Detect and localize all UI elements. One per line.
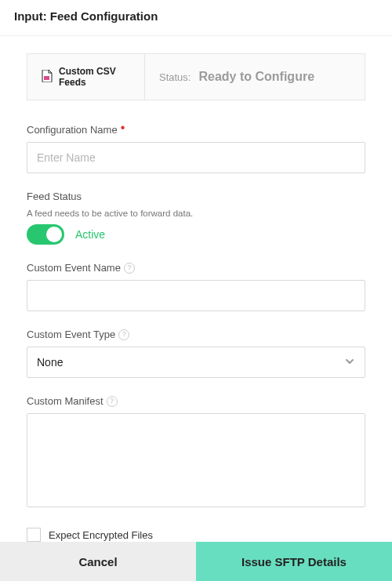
feed-status-toggle[interactable] (27, 224, 64, 245)
footer-actions: Cancel Issue SFTP Details (0, 542, 392, 581)
info-status: Status: Ready to Configure (145, 54, 328, 100)
field-custom-manifest: Custom Manifest ? (27, 395, 365, 510)
page-title: Input: Feed Configuration (0, 0, 392, 36)
field-feed-status: Feed Status A feed needs to be active to… (27, 191, 365, 245)
status-value: Ready to Configure (198, 70, 314, 84)
feed-status-subtext: A feed needs to be active to forward dat… (27, 209, 365, 218)
issue-sftp-button[interactable]: Issue SFTP Details (196, 542, 392, 581)
config-name-label-text: Configuration Name (27, 124, 118, 136)
custom-manifest-textarea[interactable] (27, 413, 365, 507)
custom-manifest-label: Custom Manifest (27, 395, 103, 407)
custom-event-type-selected: None (37, 356, 63, 369)
feed-type-label: Custom CSV Feeds (59, 66, 130, 88)
field-custom-event-name: Custom Event Name ? (27, 262, 365, 311)
config-name-input[interactable] (27, 142, 365, 173)
help-icon[interactable]: ? (124, 263, 135, 274)
chevron-down-icon (344, 356, 355, 369)
custom-event-type-select[interactable]: None (27, 347, 365, 378)
svg-rect-0 (44, 76, 49, 80)
form-area: Custom CSV Feeds Status: Ready to Config… (0, 36, 392, 542)
required-indicator-icon: • (121, 126, 125, 129)
toggle-knob-icon (46, 227, 62, 242)
field-custom-event-type: Custom Event Type ? None (27, 329, 365, 378)
custom-event-name-input[interactable] (27, 280, 365, 311)
feed-file-icon (42, 70, 53, 85)
field-config-name: Configuration Name • (27, 124, 365, 173)
field-expect-encrypted: Expect Encrypted Files (27, 528, 365, 542)
help-icon[interactable]: ? (118, 329, 129, 340)
help-icon[interactable]: ? (107, 396, 118, 407)
info-box: Custom CSV Feeds Status: Ready to Config… (27, 53, 365, 100)
config-name-label: Configuration Name • (27, 124, 365, 136)
cancel-button[interactable]: Cancel (0, 542, 196, 581)
expect-encrypted-checkbox[interactable] (27, 528, 41, 542)
feed-status-active-label: Active (75, 228, 105, 241)
custom-event-name-label: Custom Event Name (27, 262, 121, 274)
expect-encrypted-label: Expect Encrypted Files (49, 529, 153, 541)
custom-event-type-label: Custom Event Type (27, 329, 115, 340)
feed-status-label: Feed Status (27, 191, 365, 202)
info-feed-type: Custom CSV Feeds (27, 54, 145, 100)
status-label: Status: (159, 71, 191, 83)
